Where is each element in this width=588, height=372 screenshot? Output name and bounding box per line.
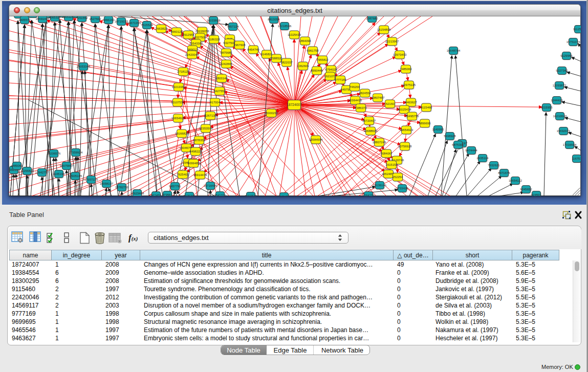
- svg-text:16210643: 16210643: [553, 115, 567, 118]
- svg-text:12093872: 12093872: [553, 84, 567, 87]
- svg-text:1065327: 1065327: [49, 16, 61, 19]
- svg-text:9245652: 9245652: [520, 188, 532, 191]
- svg-text:11156829: 11156829: [20, 169, 34, 172]
- svg-text:1140995: 1140995: [432, 128, 445, 131]
- svg-text:252254: 252254: [393, 176, 403, 179]
- svg-text:14136141: 14136141: [373, 184, 387, 187]
- svg-text:10543382: 10543382: [189, 42, 203, 45]
- svg-text:6875301: 6875301: [452, 143, 464, 146]
- svg-text:15751074: 15751074: [567, 40, 580, 43]
- svg-text:9115460: 9115460: [421, 106, 433, 109]
- svg-text:924501: 924501: [531, 193, 542, 196]
- svg-text:5938928: 5938928: [444, 135, 456, 138]
- svg-text:1621072: 1621072: [324, 75, 336, 78]
- svg-text:10653267: 10653267: [62, 16, 76, 18]
- svg-text:10654925: 10654925: [171, 117, 185, 120]
- svg-text:2541019: 2541019: [214, 194, 226, 196]
- svg-text:7857224: 7857224: [227, 25, 239, 28]
- svg-text:9120455: 9120455: [278, 195, 290, 196]
- svg-text:16914479: 16914479: [193, 173, 207, 177]
- svg-text:417004: 417004: [210, 101, 221, 104]
- svg-text:15692971: 15692971: [557, 129, 571, 133]
- svg-text:16648784: 16648784: [447, 49, 461, 52]
- svg-text:9899695: 9899695: [419, 122, 431, 125]
- svg-text:6466160: 6466160: [102, 18, 115, 21]
- svg-text:1527602: 1527602: [89, 17, 101, 20]
- svg-text:1864094: 1864094: [299, 39, 311, 42]
- svg-text:2967608: 2967608: [233, 43, 246, 47]
- svg-text:1489061: 1489061: [11, 164, 23, 167]
- svg-text:12975115: 12975115: [402, 83, 416, 86]
- svg-text:1405572: 1405572: [18, 18, 31, 21]
- svg-text:16671355: 16671355: [127, 21, 141, 25]
- svg-text:7151552: 7151552: [76, 16, 88, 19]
- svg-text:15716485: 15716485: [204, 184, 217, 187]
- svg-text:15720407: 15720407: [362, 119, 376, 122]
- svg-text:8813054: 8813054: [268, 18, 280, 21]
- svg-text:3215955: 3215955: [540, 106, 553, 109]
- svg-text:13584554: 13584554: [309, 138, 323, 141]
- svg-text:10958107: 10958107: [100, 182, 114, 185]
- svg-text:1733426: 1733426: [396, 187, 408, 190]
- svg-text:8454749: 8454749: [247, 48, 259, 51]
- svg-text:8660124: 8660124: [170, 30, 183, 33]
- svg-text:8427552: 8427552: [213, 90, 226, 93]
- svg-text:7625402: 7625402: [177, 173, 189, 176]
- svg-text:12905185: 12905185: [69, 174, 82, 178]
- svg-text:7515524: 7515524: [141, 24, 153, 27]
- svg-text:16033809: 16033809: [207, 19, 221, 22]
- svg-text:8878352: 8878352: [193, 139, 205, 142]
- svg-text:25495756: 25495756: [405, 115, 419, 118]
- svg-text:18724007: 18724007: [287, 103, 302, 106]
- svg-text:17016504: 17016504: [563, 143, 577, 146]
- svg-text:7663822: 7663822: [155, 27, 167, 30]
- svg-text:8186328: 8186328: [208, 38, 220, 41]
- svg-text:8471676: 8471676: [498, 171, 510, 174]
- svg-text:7485063: 7485063: [400, 68, 412, 71]
- svg-text:12353594: 12353594: [199, 127, 213, 130]
- svg-text:1244419: 1244419: [551, 99, 563, 102]
- svg-text:11325419: 11325419: [288, 33, 301, 36]
- svg-text:20206576: 20206576: [47, 152, 61, 155]
- svg-text:17957225: 17957225: [84, 178, 98, 181]
- svg-text:9146821: 9146821: [260, 53, 273, 56]
- svg-text:2588520: 2588520: [270, 57, 282, 60]
- svg-text:9129966: 9129966: [560, 54, 573, 57]
- svg-text:20691406: 20691406: [36, 17, 50, 20]
- svg-text:1615152: 1615152: [385, 163, 398, 166]
- svg-text:1094532: 1094532: [245, 194, 257, 196]
- svg-text:15300293: 15300293: [265, 112, 278, 115]
- svg-text:10756928: 10756928: [398, 145, 412, 148]
- svg-text:9242845: 9242845: [220, 62, 232, 65]
- svg-text:19166829: 19166829: [175, 132, 189, 135]
- svg-text:23226058: 23226058: [195, 30, 209, 33]
- svg-text:2087682: 2087682: [366, 17, 378, 20]
- svg-text:1112509: 1112509: [573, 28, 581, 31]
- svg-text:12923468: 12923468: [130, 192, 144, 195]
- svg-text:7632621: 7632621: [488, 164, 500, 167]
- svg-text:9777169: 9777169: [334, 78, 346, 81]
- svg-text:17359924: 17359924: [69, 151, 83, 154]
- svg-text:9227342: 9227342: [556, 69, 568, 72]
- svg-text:10107554: 10107554: [171, 101, 185, 104]
- svg-text:3824554: 3824554: [359, 92, 371, 95]
- svg-text:8975301: 8975301: [183, 194, 195, 196]
- svg-text:10807487: 10807487: [371, 96, 385, 99]
- svg-text:10025438: 10025438: [398, 108, 411, 111]
- svg-text:9327506: 9327506: [194, 36, 206, 39]
- svg-text:12218506: 12218506: [278, 25, 292, 28]
- svg-text:9084067: 9084067: [380, 152, 393, 155]
- svg-text:3822037: 3822037: [280, 61, 293, 64]
- svg-text:1064152: 1064152: [362, 194, 375, 196]
- svg-text:9463627: 9463627: [405, 101, 417, 104]
- svg-text:90975887: 90975887: [60, 164, 74, 167]
- svg-text:6961758: 6961758: [307, 49, 319, 52]
- svg-text:3875685: 3875685: [220, 51, 232, 54]
- svg-text:18807249: 18807249: [373, 141, 386, 144]
- svg-text:1145194: 1145194: [53, 172, 66, 176]
- svg-text:16154808: 16154808: [377, 28, 391, 31]
- svg-text:10973493: 10973493: [393, 53, 407, 56]
- svg-text:10688609: 10688609: [364, 129, 378, 133]
- svg-text:9099489: 9099489: [187, 162, 200, 165]
- svg-text:2718120: 2718120: [177, 70, 189, 73]
